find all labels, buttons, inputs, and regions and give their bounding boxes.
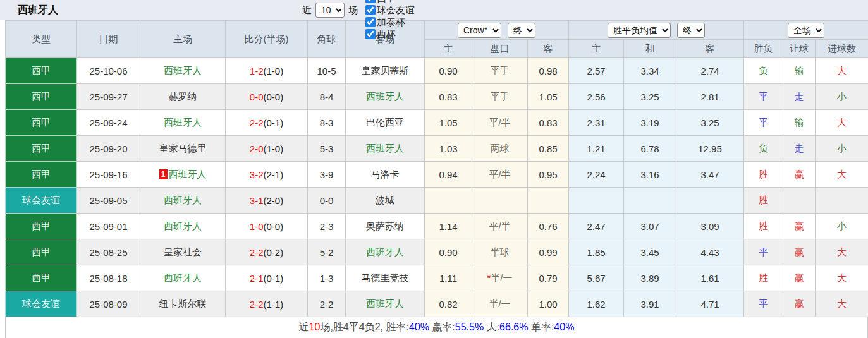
ah-away-odds: 0.98 <box>528 58 569 84</box>
match-type: 西甲 <box>6 265 77 291</box>
eu-away-odds: 3.47 <box>676 162 744 188</box>
score-cell: 1-0(0-0) <box>226 214 308 239</box>
ah-line-cell: *平手 <box>472 84 528 110</box>
goals-result: 小 <box>816 214 868 239</box>
fulltime-score: 2-2 <box>250 118 264 128</box>
subcol-wdl: 胜负 <box>744 40 783 58</box>
halftime-score: (2-1) <box>264 169 284 180</box>
ah-home-odds: 1.05 <box>425 110 472 136</box>
away-team-cell: 巴伦西亚 <box>346 110 425 136</box>
away-team-cell: 马德里竞技 <box>346 265 425 291</box>
ah-home-odds: 0.82 <box>425 291 472 317</box>
recent-count-select[interactable]: 10 <box>315 3 345 18</box>
halftime-score: (1-0) <box>264 66 284 76</box>
col-header-home: 主场 <box>140 21 226 58</box>
ah-line: 平手 <box>491 65 510 76</box>
filter-checkbox-group: 同客西甲球会友谊加泰杯西杯 <box>360 0 415 40</box>
result-scope-select[interactable]: 全场 <box>788 23 824 38</box>
home-team-name: 西班牙人 <box>164 195 202 205</box>
match-date: 25-09-05 <box>77 188 140 214</box>
match-date: 25-08-09 <box>77 291 140 317</box>
handicap-time-select[interactable]: 终 <box>508 23 535 38</box>
ah-line: 平手 <box>491 91 510 102</box>
subcol-goals: 进球数 <box>816 40 868 58</box>
ah-home-odds: 0.90 <box>425 58 472 84</box>
home-team-cell: 皇家社会 <box>140 239 226 265</box>
ah-home-odds: 0.83 <box>425 84 472 110</box>
filter-label: 加泰杯 <box>377 16 405 28</box>
match-type: 球会友谊 <box>6 188 77 214</box>
home-team-cell: 西班牙人 <box>140 110 226 136</box>
away-team-cell: 西班牙人 <box>346 136 425 162</box>
ah-away-odds: 1.05 <box>528 84 569 110</box>
score-cell: 2-2(0-1) <box>226 110 308 136</box>
fulltime-score: 3-2 <box>250 169 264 180</box>
fulltime-score: 2-2 <box>250 299 264 310</box>
europe-company-select[interactable]: 胜平负均值 <box>608 23 671 38</box>
unit-label: 场 <box>348 4 358 16</box>
fulltime-score: 1-0 <box>250 221 264 232</box>
eu-home-odds: 2.57 <box>569 58 624 84</box>
summary-segment: 40% <box>554 322 574 332</box>
filter-checkbox[interactable] <box>365 5 376 15</box>
halftime-score: (2-0) <box>264 195 284 206</box>
filter-checkbox[interactable] <box>365 29 376 39</box>
ah-line-cell: *两球 <box>472 136 528 162</box>
corners: 5-3 <box>308 136 346 162</box>
eu-away-odds: 4.71 <box>676 291 744 317</box>
away-team-cell: 西班牙人 <box>346 239 425 265</box>
ah-away-odds: 0.95 <box>528 162 569 188</box>
wdl-result: 胜 <box>744 214 783 239</box>
summary-segment: 赢率: <box>429 322 455 332</box>
filter-label: 球会友谊 <box>377 4 415 16</box>
eu-away-odds: 2.74 <box>676 58 744 84</box>
ah-line: 半球 <box>491 246 510 257</box>
subcol-eu-away: 客 <box>676 40 744 58</box>
ah-home-odds: 1.03 <box>425 136 472 162</box>
away-team-name: 西班牙人 <box>366 91 404 102</box>
summary-segment: 55.5% <box>455 322 484 332</box>
europe-time-select[interactable]: 终 <box>677 23 705 38</box>
eu-home-odds: 1.62 <box>569 291 624 317</box>
goals-result: 大 <box>816 58 868 84</box>
match-date: 25-09-01 <box>77 214 140 239</box>
summary-segment: 单率: <box>528 322 554 332</box>
subcol-ah-away: 客 <box>528 40 569 58</box>
eu-draw-odds: 3.16 <box>624 162 676 188</box>
handicap-company-select[interactable]: Crow* <box>458 23 501 38</box>
ah-line: 平/半 <box>489 220 510 231</box>
match-row: 球会友谊 25-09-05 西班牙人 3-1(2-0) 0-0 波城 * 胜 <box>6 188 868 214</box>
away-team-cell: 波城 <box>346 188 425 214</box>
summary-segment: 大: <box>484 322 499 332</box>
home-team-cell: 纽卡斯尔联 <box>140 291 226 317</box>
ah-away-odds: 0.79 <box>528 265 569 291</box>
subcol-eu-draw: 和 <box>624 40 676 58</box>
handicap-result: 输 <box>783 110 816 136</box>
eu-home-odds: 2.47 <box>569 214 624 239</box>
corners: 3-9 <box>308 162 346 188</box>
home-team-name: 西班牙人 <box>164 220 202 231</box>
filter-球会友谊[interactable]: 球会友谊 <box>362 4 415 16</box>
goals-result: 大 <box>816 162 868 188</box>
ah-line-cell: *平/半 <box>472 214 528 239</box>
filter-checkbox[interactable] <box>365 17 376 27</box>
ah-line: 平/半 <box>489 117 510 128</box>
wdl-result: 平 <box>744 239 783 265</box>
eu-away-odds: 12.95 <box>676 136 744 162</box>
filter-加泰杯[interactable]: 加泰杯 <box>362 16 415 28</box>
matches-table-wrap: 类型 日期 主场 比分(半场) 角球 客场 Crow* 终 胜平负均值 终 <box>5 20 868 317</box>
handicap-result: 走 <box>783 136 816 162</box>
eu-home-odds: 1.85 <box>569 239 624 265</box>
away-team-name: 波城 <box>376 195 394 205</box>
handicap-result: 输 <box>783 58 816 84</box>
away-team-name: 巴伦西亚 <box>366 117 404 128</box>
filter-checkbox[interactable] <box>365 0 376 3</box>
filter-西杯[interactable]: 西杯 <box>362 28 415 40</box>
eu-draw-odds: 3.89 <box>624 265 676 291</box>
match-date: 25-10-06 <box>77 58 140 84</box>
corners: 8-3 <box>308 110 346 136</box>
ah-home-odds: 1.11 <box>425 265 472 291</box>
corners: 2-3 <box>308 214 346 239</box>
halftime-score: (0-2) <box>264 247 284 258</box>
wdl-result: 胜 <box>744 265 783 291</box>
